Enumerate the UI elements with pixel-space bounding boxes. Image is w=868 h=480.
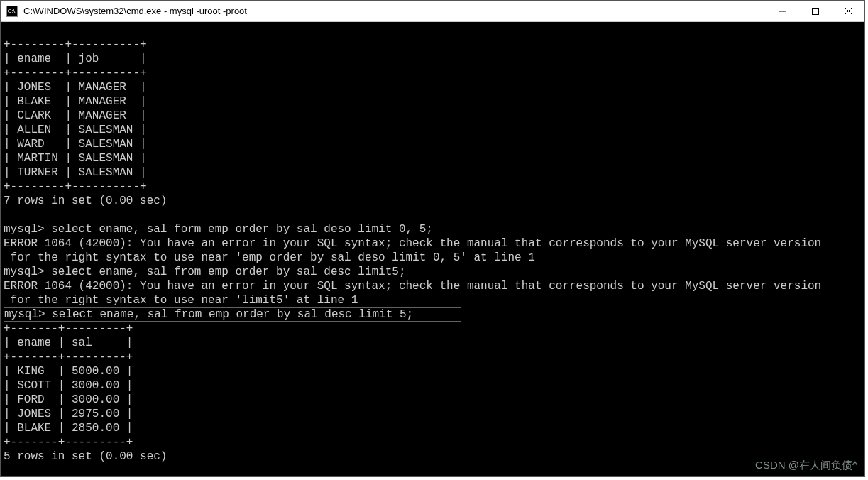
table-border: +--------+----------+ bbox=[4, 67, 147, 80]
table-row: | WARD | SALESMAN | bbox=[4, 138, 147, 151]
error-text-struck: for the right syntax to use near 'limit5… bbox=[4, 294, 358, 307]
table-row: | JONES | MANAGER | bbox=[4, 81, 147, 94]
cmd-icon: C:\. bbox=[6, 6, 18, 17]
error-text: ERROR 1064 (42000): You have an error in… bbox=[4, 237, 821, 250]
table-row: | KING | 5000.00 | bbox=[4, 365, 133, 378]
minimize-button[interactable] bbox=[767, 1, 799, 22]
table-border: +-------+---------+ bbox=[4, 322, 133, 335]
table-border: +--------+----------+ bbox=[4, 38, 147, 51]
sql-command: select ename, sal form emp order by sal … bbox=[45, 223, 433, 236]
table-border: +-------+---------+ bbox=[4, 351, 133, 364]
status-text: 5 rows in set (0.00 sec) bbox=[4, 450, 167, 463]
titlebar[interactable]: C:\. C:\WINDOWS\system32\cmd.exe - mysql… bbox=[1, 1, 864, 22]
table-header: | ename | sal | bbox=[4, 337, 133, 349]
table-row: | SCOTT | 3000.00 | bbox=[4, 379, 133, 392]
sql-prompt: mysql> bbox=[4, 223, 45, 236]
highlighted-command: mysql> select ename, sal from emp order … bbox=[4, 307, 461, 322]
sql-prompt: mysql> bbox=[4, 308, 45, 321]
watermark: CSDN @在人间负债^ bbox=[755, 458, 857, 472]
error-text: ERROR 1064 (42000): You have an error in… bbox=[4, 280, 821, 293]
cmd-window: C:\. C:\WINDOWS\system32\cmd.exe - mysql… bbox=[0, 0, 865, 477]
table-row: | ALLEN | SALESMAN | bbox=[4, 124, 147, 136]
sql-prompt: mysql> bbox=[4, 266, 45, 278]
table-row: | TURNER | SALESMAN | bbox=[4, 166, 147, 179]
close-button[interactable] bbox=[832, 1, 864, 22]
table-row: | BLAKE | 2850.00 | bbox=[4, 422, 133, 435]
error-text: for the right syntax to use near 'emp or… bbox=[4, 251, 535, 264]
sql-command: select ename, sal from emp order by sal … bbox=[45, 266, 406, 278]
table-row: | MARTIN | SALESMAN | bbox=[4, 152, 147, 165]
table-row: | JONES | 2975.00 | bbox=[4, 408, 133, 420]
table-header: | ename | job | bbox=[4, 53, 147, 65]
table-border: +-------+---------+ bbox=[4, 436, 133, 449]
table-border: +--------+----------+ bbox=[4, 180, 147, 193]
terminal-output[interactable]: +--------+----------+ | ename | job | +-… bbox=[1, 22, 864, 476]
window-controls bbox=[767, 1, 864, 22]
sql-command: select ename, sal from emp order by sal … bbox=[45, 308, 413, 321]
maximize-button[interactable] bbox=[799, 1, 832, 22]
table-row: | BLAKE | MANAGER | bbox=[4, 95, 147, 108]
window-title: C:\WINDOWS\system32\cmd.exe - mysql -uro… bbox=[23, 6, 247, 16]
table-row: | CLARK | MANAGER | bbox=[4, 109, 147, 122]
status-text: 7 rows in set (0.00 sec) bbox=[4, 195, 167, 207]
svg-rect-1 bbox=[813, 8, 819, 14]
table-row: | FORD | 3000.00 | bbox=[4, 393, 133, 406]
